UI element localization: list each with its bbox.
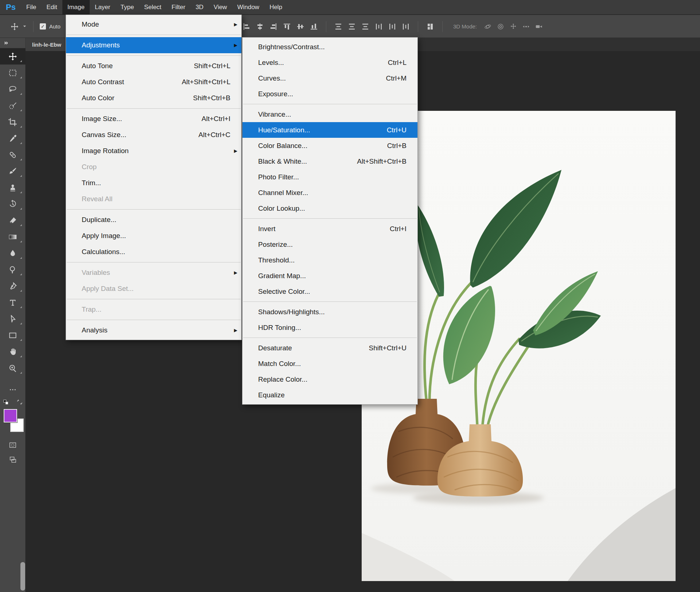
tool-lasso[interactable] xyxy=(0,81,26,97)
menubar-item-help[interactable]: Help xyxy=(264,0,287,15)
collapse-tools-button[interactable] xyxy=(0,38,25,48)
adjustments-item-selective-color[interactable]: Selective Color... ▶ xyxy=(242,284,417,299)
align-right-edges-icon[interactable] xyxy=(269,22,278,31)
tool-path-selection[interactable] xyxy=(0,311,26,327)
adjustments-item-color-balance[interactable]: Color Balance... Ctrl+B ▶ xyxy=(242,138,417,153)
edit-toolbar-button[interactable] xyxy=(0,384,26,395)
adjustments-item-curves[interactable]: Curves... Ctrl+M ▶ xyxy=(242,70,417,86)
tool-pen[interactable] xyxy=(0,278,26,294)
align-horizontal-centers-icon[interactable] xyxy=(256,22,264,31)
image-menu-item-trim[interactable]: Trim... ▶ xyxy=(66,175,241,191)
menubar-item-type[interactable]: Type xyxy=(115,0,139,15)
orbit-3d-camera-icon[interactable] xyxy=(484,23,492,31)
image-menu-item-image-size[interactable]: Image Size... Alt+Ctrl+I ▶ xyxy=(66,111,241,127)
auto-select-checkbox[interactable]: ✓ xyxy=(40,23,46,30)
image-menu-item-apply-image[interactable]: Apply Image... ▶ xyxy=(66,228,241,244)
adjustments-item-exposure[interactable]: Exposure... ▶ xyxy=(242,86,417,102)
menubar-item-file[interactable]: File xyxy=(21,0,41,15)
image-menu-item-auto-color[interactable]: Auto Color Shift+Ctrl+B ▶ xyxy=(66,90,241,106)
image-menu-item-reveal-all[interactable]: Reveal All ▶ xyxy=(66,191,241,207)
adjustments-item-vibrance[interactable]: Vibrance... ▶ xyxy=(242,106,417,122)
image-menu-item-mode[interactable]: Mode ▶ xyxy=(66,16,241,32)
default-colors-icon[interactable] xyxy=(3,399,9,405)
adjustments-item-hue-saturation[interactable]: Hue/Saturation... Ctrl+U ▶ xyxy=(242,122,417,138)
tool-eyedropper[interactable] xyxy=(0,130,26,147)
menubar-item-view[interactable]: View xyxy=(209,0,232,15)
tool-type[interactable] xyxy=(0,294,26,311)
roll-3d-camera-icon[interactable] xyxy=(497,23,505,31)
align-vertical-centers-icon[interactable] xyxy=(296,22,305,31)
image-menu-item-canvas-size[interactable]: Canvas Size... Alt+Ctrl+C ▶ xyxy=(66,127,241,143)
adjustments-item-hdr-toning[interactable]: HDR Toning... ▶ xyxy=(242,320,417,335)
image-menu-item-crop[interactable]: Crop ▶ xyxy=(66,159,241,175)
image-menu-item-trap[interactable]: Trap... ▶ xyxy=(66,301,241,318)
image-menu-item-auto-contrast[interactable]: Auto Contrast Alt+Shift+Ctrl+L ▶ xyxy=(66,74,241,90)
quick-mask-button[interactable] xyxy=(0,440,26,451)
tool-zoom[interactable] xyxy=(0,360,26,376)
image-menu-item-image-rotation[interactable]: Image Rotation ▶ xyxy=(66,143,241,159)
adjustments-item-shadows-highlights[interactable]: Shadows/Highlights... ▶ xyxy=(242,304,417,320)
tool-history-brush[interactable] xyxy=(0,196,26,212)
chevron-down-icon[interactable] xyxy=(22,24,27,29)
distribute-left-edges-icon[interactable] xyxy=(374,22,383,31)
distribute-top-edges-icon[interactable] xyxy=(334,22,343,31)
menubar-item-filter[interactable]: Filter xyxy=(167,0,191,15)
tool-hand[interactable] xyxy=(0,343,26,360)
image-menu-item-duplicate[interactable]: Duplicate... ▶ xyxy=(66,212,241,228)
adjustments-item-invert[interactable]: Invert Ctrl+I ▶ xyxy=(242,221,417,237)
menubar-item-image[interactable]: Image xyxy=(62,0,90,15)
align-left-edges-icon[interactable] xyxy=(242,22,251,31)
adjustments-item-posterize[interactable]: Posterize... ▶ xyxy=(242,237,417,252)
adjustments-item-replace-color[interactable]: Replace Color... ▶ xyxy=(242,371,417,387)
menubar-item-3d[interactable]: 3D xyxy=(190,0,209,15)
distribute-spacing-icon[interactable] xyxy=(426,22,435,31)
adjustments-item-equalize[interactable]: Equalize ▶ xyxy=(242,387,417,403)
foreground-color-swatch[interactable] xyxy=(4,409,17,422)
tool-move[interactable] xyxy=(0,48,26,65)
slide-3d-camera-icon[interactable] xyxy=(522,23,530,31)
adjustments-item-threshold[interactable]: Threshold... ▶ xyxy=(242,252,417,268)
image-menu-item-variables[interactable]: Variables ▶ xyxy=(66,265,241,281)
tool-spot-healing-brush[interactable] xyxy=(0,147,26,163)
tool-rectangular-marquee[interactable] xyxy=(0,65,26,81)
adjustments-item-black-white[interactable]: Black & White... Alt+Shift+Ctrl+B ▶ xyxy=(242,153,417,169)
tool-clone-stamp[interactable] xyxy=(0,179,26,196)
tool-quick-selection[interactable] xyxy=(0,97,26,114)
distribute-bottom-edges-icon[interactable] xyxy=(361,22,370,31)
align-top-edges-icon[interactable] xyxy=(283,22,291,31)
image-menu-item-apply-data-set[interactable]: Apply Data Set... ▶ xyxy=(66,281,241,297)
adjustments-item-gradient-map[interactable]: Gradient Map... ▶ xyxy=(242,268,417,284)
tool-rectangle[interactable] xyxy=(0,327,26,343)
menubar-item-layer[interactable]: Layer xyxy=(90,0,116,15)
tool-blur[interactable] xyxy=(0,245,26,261)
distribute-vertical-centers-icon[interactable] xyxy=(347,22,356,31)
tool-crop[interactable] xyxy=(0,114,26,130)
distribute-horizontal-centers-icon[interactable] xyxy=(388,22,397,31)
adjustments-item-desaturate[interactable]: Desaturate Shift+Ctrl+U ▶ xyxy=(242,340,417,356)
menubar-item-select[interactable]: Select xyxy=(139,0,166,15)
tool-gradient[interactable] xyxy=(0,229,26,245)
adjustments-item-color-lookup[interactable]: Color Lookup... ▶ xyxy=(242,200,417,216)
align-bottom-edges-icon[interactable] xyxy=(310,22,318,31)
adjustments-item-match-color[interactable]: Match Color... ▶ xyxy=(242,356,417,371)
adjustments-item-brightness-contrast[interactable]: Brightness/Contrast... ▶ xyxy=(242,39,417,55)
image-menu-item-auto-tone[interactable]: Auto Tone Shift+Ctrl+L ▶ xyxy=(66,58,241,74)
document-tab[interactable]: linh-le-Ebw xyxy=(26,38,68,51)
drag-3d-camera-icon[interactable] xyxy=(509,23,517,31)
tool-brush[interactable] xyxy=(0,163,26,179)
image-menu-item-adjustments[interactable]: Adjustments ▶ xyxy=(66,37,241,53)
tool-eraser[interactable] xyxy=(0,212,26,229)
menubar-item-window[interactable]: Window xyxy=(232,0,264,15)
adjustments-item-levels[interactable]: Levels... Ctrl+L ▶ xyxy=(242,55,417,70)
swap-colors-icon[interactable] xyxy=(16,399,23,405)
adjustments-item-channel-mixer[interactable]: Channel Mixer... ▶ xyxy=(242,185,417,200)
menubar-item-edit[interactable]: Edit xyxy=(41,0,62,15)
image-menu-item-calculations[interactable]: Calculations... ▶ xyxy=(66,244,241,260)
distribute-right-edges-icon[interactable] xyxy=(401,22,410,31)
image-menu-item-analysis[interactable]: Analysis ▶ xyxy=(66,322,241,338)
screen-mode-button[interactable] xyxy=(0,454,26,465)
toolbar-scrollbar[interactable] xyxy=(20,562,25,591)
tool-dodge[interactable] xyxy=(0,261,26,278)
move-3d-camera-icon[interactable] xyxy=(535,23,543,31)
adjustments-item-photo-filter[interactable]: Photo Filter... ▶ xyxy=(242,169,417,185)
